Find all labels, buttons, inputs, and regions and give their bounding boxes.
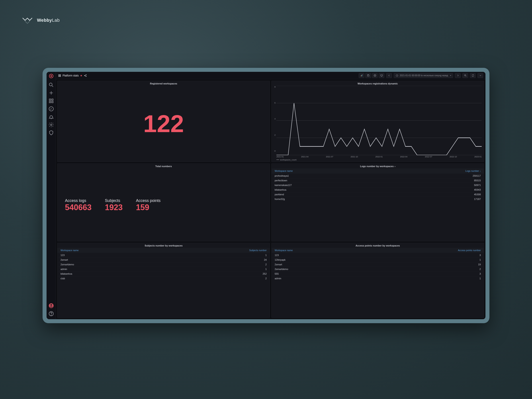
explore-icon[interactable] bbox=[48, 106, 54, 112]
gear-icon[interactable] bbox=[48, 122, 54, 128]
cell-name: 123 bbox=[275, 254, 279, 256]
search-icon[interactable] bbox=[48, 82, 54, 88]
cell-value: 1 bbox=[265, 268, 267, 270]
refresh-interval-icon[interactable] bbox=[477, 73, 483, 78]
registered-workspaces-value: 122 bbox=[57, 86, 270, 162]
svg-rect-7 bbox=[52, 99, 53, 101]
time-range-label: 2021-01-01 00:00:00 to несколько секунд … bbox=[400, 74, 448, 77]
col-workspace-name[interactable]: Workspace name bbox=[275, 170, 293, 172]
chart-plot-area[interactable] bbox=[276, 86, 482, 155]
star-icon[interactable]: ★ bbox=[80, 74, 82, 77]
cell-name: 12liniyapk bbox=[275, 259, 285, 261]
panel-registered-workspaces: Registered workspaces 122 bbox=[57, 81, 270, 162]
svg-rect-34 bbox=[381, 75, 383, 76]
col-workspace-name[interactable]: Workspace name bbox=[61, 249, 79, 252]
svg-rect-28 bbox=[361, 75, 362, 76]
sidebar bbox=[47, 72, 56, 319]
avatar-icon[interactable] bbox=[48, 303, 54, 309]
grafana-logo-icon[interactable] bbox=[48, 73, 54, 79]
table-row[interactable]: 5553 bbox=[272, 271, 484, 276]
svg-rect-31 bbox=[368, 75, 368, 75]
total-value: 540663 bbox=[65, 203, 92, 211]
svg-point-17 bbox=[51, 315, 51, 315]
cell-name: 2smartdemo bbox=[61, 263, 74, 266]
table-row[interactable]: prohodnaya1259117 bbox=[272, 173, 484, 178]
table-row[interactable]: kamenskaia12750971 bbox=[272, 183, 484, 187]
panel-title: Subjects number by workspaces bbox=[57, 243, 270, 248]
table-row[interactable]: 2smart24 bbox=[57, 257, 270, 262]
cell-value: 24 bbox=[264, 259, 267, 261]
help-icon[interactable] bbox=[48, 311, 54, 317]
plus-icon[interactable] bbox=[48, 90, 54, 96]
table-row[interactable]: 2smartdemo2 bbox=[272, 267, 484, 271]
total-label: Subjects bbox=[105, 198, 123, 203]
svg-point-22 bbox=[84, 75, 85, 76]
table-row[interactable]: parklend45308 bbox=[272, 192, 484, 197]
total-item: Access logs 540663 bbox=[65, 198, 92, 211]
resize-handle-icon[interactable] bbox=[482, 239, 483, 241]
dashboard-panels: Registered workspaces 122 Workspaces reg… bbox=[56, 79, 485, 319]
chart-y-labels: 86420 bbox=[272, 86, 276, 155]
col-ap-number[interactable]: Access points number bbox=[458, 249, 481, 252]
svg-marker-11 bbox=[50, 108, 52, 110]
svg-text:+: + bbox=[362, 74, 363, 75]
svg-line-26 bbox=[85, 76, 86, 76]
table-header[interactable]: Workspace name Access points number bbox=[272, 248, 484, 253]
panel-title: Registered workspaces bbox=[57, 81, 270, 86]
table-header[interactable]: Workspace name Logs number ↓ bbox=[272, 168, 484, 173]
breadcrumb[interactable]: Platform stats ★ bbox=[58, 74, 87, 77]
cell-name: 555 bbox=[275, 272, 279, 275]
shield-icon[interactable] bbox=[48, 130, 54, 136]
svg-point-23 bbox=[86, 75, 86, 75]
bell-icon[interactable] bbox=[48, 114, 54, 120]
cell-value: 1 bbox=[480, 259, 481, 261]
panel-title: Access points number by workspaces bbox=[272, 243, 484, 248]
col-subjects-number[interactable]: Subjects number bbox=[249, 249, 267, 252]
table-row[interactable]: 12liniyapk1 bbox=[272, 257, 484, 262]
svg-point-15 bbox=[50, 304, 52, 306]
table-row[interactable]: 1233 bbox=[272, 253, 484, 257]
table-row[interactable]: club2 bbox=[57, 276, 270, 281]
table-row[interactable]: bilatserkva45943 bbox=[272, 187, 484, 192]
time-forward-icon[interactable] bbox=[455, 73, 461, 78]
total-value: 159 bbox=[136, 203, 160, 211]
table-row[interactable]: admin1 bbox=[272, 276, 484, 281]
cell-name: 2smart bbox=[275, 263, 282, 266]
col-logs-number[interactable]: Logs number ↓ bbox=[466, 170, 481, 172]
cell-value: 1 bbox=[265, 254, 267, 256]
table-row[interactable]: admin1 bbox=[57, 267, 270, 271]
cell-value: 17187 bbox=[474, 198, 481, 200]
cell-name: club bbox=[61, 277, 65, 280]
dashboards-icon[interactable] bbox=[48, 98, 54, 104]
panel-registrations-dynamic: Workspaces registrations dynamic 86420 2… bbox=[271, 81, 484, 162]
refresh-icon[interactable] bbox=[470, 73, 476, 78]
cell-name: perfecttown bbox=[275, 179, 287, 182]
add-panel-icon[interactable]: + bbox=[359, 73, 364, 78]
svg-point-32 bbox=[375, 75, 375, 76]
monitor-icon[interactable] bbox=[379, 73, 384, 78]
total-value: 1923 bbox=[105, 203, 123, 211]
col-workspace-name[interactable]: Workspace name bbox=[275, 249, 293, 252]
table-row[interactable]: bilatserkva252 bbox=[57, 271, 270, 276]
clock-icon bbox=[396, 74, 398, 77]
panel-title[interactable]: Logs number by workspaces▾ bbox=[272, 164, 484, 168]
table-row[interactable]: 1231 bbox=[57, 253, 270, 257]
time-range-picker[interactable]: 2021-01-01 00:00:00 to несколько секунд … bbox=[394, 73, 453, 78]
svg-point-24 bbox=[86, 76, 86, 76]
chevron-down-icon: ▾ bbox=[450, 75, 451, 76]
cell-value: 45943 bbox=[474, 188, 481, 191]
table-row[interactable]: 2smartdemo2 bbox=[57, 262, 270, 267]
share-icon[interactable] bbox=[84, 74, 87, 77]
settings-icon[interactable] bbox=[372, 73, 378, 78]
chart-x-labels: 2021-012021-042021-072021-102022-012022-… bbox=[272, 155, 482, 158]
time-back-icon[interactable] bbox=[386, 73, 392, 78]
table-row[interactable]: 2smart19 bbox=[272, 262, 484, 267]
svg-rect-6 bbox=[49, 99, 51, 101]
table-row[interactable]: home32g17187 bbox=[272, 197, 484, 201]
zoom-out-icon[interactable] bbox=[462, 73, 468, 78]
table-header[interactable]: Workspace name Subjects number bbox=[57, 248, 270, 253]
svg-rect-29 bbox=[362, 75, 362, 76]
table-row[interactable]: perfecttown85515 bbox=[272, 178, 484, 183]
legend-label: workspaces_count bbox=[280, 159, 297, 161]
save-icon[interactable] bbox=[365, 73, 371, 78]
